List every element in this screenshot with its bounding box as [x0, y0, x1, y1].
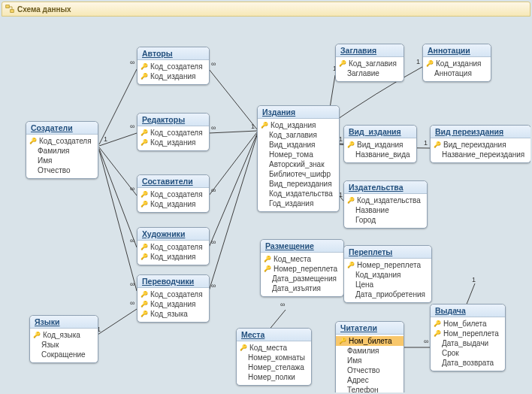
table-mesta[interactable]: МестаКод_местаНомер_комнатыНомер_стелажа… [236, 328, 312, 386]
field[interactable]: Номер_тома [258, 150, 339, 159]
field[interactable]: Код_издания [258, 120, 339, 130]
field[interactable]: Ном_переплета [431, 329, 505, 338]
field[interactable]: Имя [26, 156, 98, 165]
canvas[interactable]: 1 ∞ ∞ ∞ ∞ ∞ 1 ∞ ∞ ∞ ∞ ∞ ∞ 1 ∞ 1 1 ∞ 1 1 … [2, 17, 530, 392]
field[interactable]: Дата_изъятия [261, 283, 343, 293]
table-perevodchiki[interactable]: ПереводчикиКод_создателяКод_изданияКод_я… [137, 274, 210, 323]
table-redaktory[interactable]: РедакторыКод_создателяКод_издания [137, 113, 210, 151]
field[interactable]: Код_создателя [138, 189, 209, 199]
field[interactable]: Адрес [336, 375, 404, 385]
field[interactable]: Заглавие [336, 68, 404, 78]
card-many: ∞ [211, 60, 216, 68]
field[interactable]: Вид_издания [344, 140, 416, 150]
field[interactable]: Библиотеч_шифр [258, 169, 339, 179]
table-title: Заглавия [336, 44, 404, 57]
field[interactable]: Год_издания [258, 199, 339, 208]
field[interactable]: Вид_переиздания [431, 140, 530, 150]
field[interactable]: Номер_комнаты [237, 353, 311, 362]
field[interactable]: Номер_переплета [261, 264, 343, 274]
table-vydacha[interactable]: ВыдачаНом_билетаНом_переплетаДата_выдачи… [430, 304, 506, 371]
field[interactable]: Код_издания [138, 138, 209, 147]
field[interactable]: Ном_билета [336, 336, 404, 346]
field[interactable]: Код_издания [344, 270, 431, 280]
field[interactable]: Номер_полки [237, 372, 311, 382]
table-vid-pereizdaniya[interactable]: Вид переизданияВид_переизданияНазвание_п… [430, 125, 530, 163]
field[interactable]: Код_места [237, 343, 311, 353]
field[interactable]: Код_создателя [26, 136, 98, 146]
table-izdatelstva[interactable]: ИздательстваКод_издательстваНазваниеГоро… [343, 180, 428, 229]
field[interactable]: Код_места [261, 254, 343, 264]
table-zaglaviya[interactable]: ЗаглавияКод_заглавияЗаглавие [335, 44, 404, 82]
field[interactable]: Название_переиздания [431, 150, 530, 159]
table-izdaniya[interactable]: ИзданияКод_изданияКод_заглавияВид_издани… [257, 105, 340, 212]
field[interactable]: Код_издательства [344, 195, 427, 205]
relationships-window: { "window": { "title": "Схема данных" },… [0, 0, 532, 394]
field[interactable]: Отчество [26, 165, 98, 175]
field[interactable]: Код_создателя [138, 242, 209, 252]
table-title: Художники [138, 228, 209, 241]
field[interactable]: Телефон [336, 385, 404, 392]
card-many: ∞ [130, 123, 135, 130]
table-title: Переплеты [344, 246, 431, 259]
field[interactable]: Отчество [336, 365, 404, 375]
field[interactable]: Код_издания [423, 59, 491, 68]
field-list: Код_изданияАннотация [423, 57, 491, 81]
field[interactable]: Код_создателя [138, 128, 209, 138]
field[interactable]: Код_издательства [258, 189, 339, 199]
field[interactable]: Сокращение [30, 350, 98, 359]
table-title: Составители [138, 175, 209, 188]
field-list: Код_создателяКод_издания [138, 126, 209, 150]
field[interactable]: Дата_возврата [431, 358, 505, 368]
field[interactable]: Код_издания [138, 299, 209, 309]
field[interactable]: Код_языка [138, 309, 209, 319]
field[interactable]: Номер_стелажа [237, 362, 311, 372]
table-title: Издательства [344, 181, 427, 194]
field[interactable]: Номер_переплета [344, 260, 431, 270]
field[interactable]: Код_создателя [138, 289, 209, 299]
table-sozdateli[interactable]: СоздателиКод_создателяФамилияИмяОтчество [26, 121, 98, 179]
table-razmeshenie[interactable]: РазмещениеКод_местаНомер_переплетаДата_р… [260, 239, 344, 297]
field[interactable]: Код_заглавия [258, 130, 339, 140]
field[interactable]: Имя [336, 356, 404, 365]
field[interactable]: Цена [344, 280, 431, 289]
card-many: ∞ [130, 59, 135, 66]
field[interactable]: Фамилия [26, 146, 98, 156]
table-title: Аннотации [423, 44, 491, 57]
field[interactable]: Код_издания [138, 252, 209, 262]
field[interactable]: Код_заглавия [336, 59, 404, 68]
table-sostaviteli[interactable]: СоставителиКод_создателяКод_издания [137, 174, 210, 213]
field[interactable]: Фамилия [336, 346, 404, 356]
field[interactable]: Код_языка [30, 330, 98, 340]
field[interactable]: Название_вида [344, 150, 416, 159]
field[interactable]: Название [344, 205, 427, 215]
field[interactable]: Город [344, 215, 427, 225]
table-vid-izdaniya[interactable]: Вид_изданияВид_изданияНазвание_вида [343, 125, 417, 163]
card-many: ∞ [130, 280, 135, 288]
table-title: Создатели [26, 122, 98, 135]
field[interactable]: Вид_издания [258, 140, 339, 150]
field-list: Код_языкаЯзыкСокращение [30, 329, 98, 362]
field[interactable]: Код_издания [138, 71, 209, 81]
field[interactable]: Вид_переиздания [258, 179, 339, 189]
card-many: ∞ [211, 238, 216, 246]
field[interactable]: Язык [30, 340, 98, 350]
field[interactable]: Аннотация [423, 68, 491, 78]
field[interactable]: Ном_билета [431, 319, 505, 329]
table-pereplety[interactable]: ПереплетыНомер_переплетаКод_изданияЦенаД… [343, 245, 432, 303]
card-many: ∞ [130, 237, 135, 244]
field[interactable]: Авторский_знак [258, 159, 339, 169]
field[interactable]: Код_издания [138, 199, 209, 209]
field[interactable]: Дата_приобретения [344, 289, 431, 299]
table-yazyki[interactable]: ЯзыкиКод_языкаЯзыкСокращение [29, 315, 98, 363]
svg-rect-0 [6, 5, 10, 8]
field-list: Код_создателяКод_издания [138, 60, 209, 84]
table-annotacii[interactable]: АннотацииКод_изданияАннотация [422, 44, 491, 82]
table-avtory[interactable]: АвторыКод_создателяКод_издания [137, 47, 210, 85]
field[interactable]: Срок [431, 348, 505, 358]
table-title: Выдача [431, 305, 505, 317]
field[interactable]: Дата_размещения [261, 274, 343, 283]
table-hudozhniki[interactable]: ХудожникиКод_создателяКод_издания [137, 227, 210, 265]
field[interactable]: Дата_выдачи [431, 338, 505, 348]
table-chitateli[interactable]: ЧитателиНом_билетаФамилияИмяОтчествоАдре… [335, 321, 404, 392]
field[interactable]: Код_создателя [138, 62, 209, 71]
